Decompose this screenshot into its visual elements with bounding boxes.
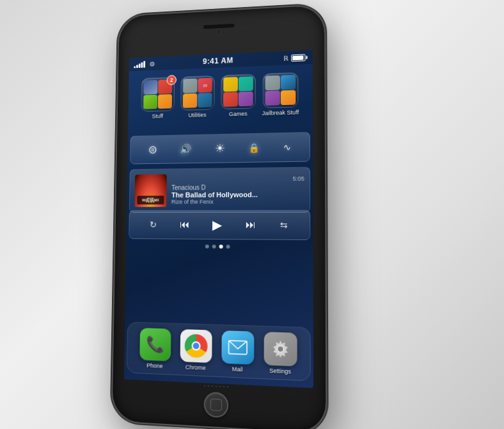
shuffle-button[interactable]: ⇆ [280, 220, 287, 230]
mail-svg [228, 339, 248, 355]
signal-bars [134, 60, 145, 68]
chrome-circle [184, 334, 207, 358]
album-text: RIZE FENIX [137, 196, 164, 205]
wifi-control-icon[interactable]: ⊜ [148, 143, 157, 157]
chrome-label: Chrome [185, 364, 206, 371]
status-right: ℝ [283, 54, 308, 61]
folder-games-label: Games [229, 111, 248, 118]
app-grid: 2 Stuff 29 Utilities [128, 67, 313, 125]
mini-icon-game4 [239, 92, 253, 106]
signal-control-icon[interactable]: ∿ [283, 142, 290, 152]
phone-glyph: 📞 [146, 335, 164, 353]
bluetooth-icon: ℝ [283, 54, 288, 61]
phone-icon[interactable]: 📞 [139, 328, 171, 361]
iphone-device: ⊜ 9:41 AM ℝ [112, 5, 326, 429]
control-strip: ⊜ 🔊 ☀ 🔒 ∿ [130, 132, 310, 164]
mini-icon-util3 [183, 93, 197, 108]
folder-games[interactable]: Games [221, 74, 256, 117]
settings-icon[interactable] [264, 332, 297, 366]
brightness-control-icon[interactable]: ☀ [214, 142, 224, 156]
track-title: The Ballad of Hollywood... [171, 190, 304, 198]
earpiece [203, 24, 235, 29]
battery-body [291, 54, 305, 61]
status-left: ⊜ [134, 60, 155, 69]
track-time: 5:05 [171, 175, 304, 182]
playback-controls: ↻ ⏮ ▶ ⏭ ⇆ [129, 210, 310, 240]
home-button[interactable] [204, 392, 229, 418]
dock-app-settings[interactable]: Settings [264, 332, 297, 375]
mini-icon-jb2 [281, 75, 295, 90]
settings-label: Settings [269, 367, 291, 375]
mini-icon-calendar: 29 [198, 78, 212, 93]
front-camera [216, 29, 221, 35]
gear-svg [270, 338, 290, 359]
folder-utilities[interactable]: 29 Utilities [180, 76, 215, 119]
screen: ⊜ 9:41 AM ℝ [124, 50, 313, 388]
repeat-button[interactable]: ↻ [150, 220, 157, 230]
mini-icon-jb1 [265, 76, 280, 91]
folder-stuff-label: Stuff [152, 113, 163, 119]
scene: ⊜ 9:41 AM ℝ [0, 0, 504, 429]
mini-icon-camera [183, 79, 197, 93]
wifi-status-icon: ⊜ [150, 60, 155, 68]
mini-icon-util4 [198, 93, 212, 108]
dock-app-mail[interactable]: Mail [221, 330, 254, 373]
dock: 📞 Phone Chrome [127, 321, 311, 381]
prev-button[interactable]: ⏮ [180, 219, 190, 231]
page-dot-3 [219, 245, 223, 248]
volume-control-icon[interactable]: 🔊 [180, 143, 192, 155]
folder-badge-stuff: 2 [167, 75, 177, 85]
dock-app-chrome[interactable]: Chrome [180, 329, 212, 371]
page-dots [126, 244, 313, 250]
signal-bar-3 [139, 63, 141, 68]
mini-icon-fb [144, 80, 158, 95]
chrome-icon[interactable] [180, 329, 212, 363]
signal-bar-1 [134, 66, 136, 68]
play-button[interactable]: ▶ [212, 217, 222, 232]
folder-stuff-icon[interactable]: 2 [141, 77, 175, 111]
battery-container [291, 54, 307, 61]
mini-icon-jb3 [265, 90, 280, 105]
status-time: 9:41 AM [203, 56, 233, 66]
track-info: 5:05 Tenacious D The Ballad of Hollywood… [171, 175, 304, 204]
battery-tip [306, 56, 308, 59]
folder-utilities-icon[interactable]: 29 [180, 76, 215, 111]
mini-icon-green [143, 95, 157, 109]
mini-icon-jb4 [281, 90, 295, 106]
dock-app-phone[interactable]: 📞 Phone [139, 328, 171, 369]
folder-jailbreak[interactable]: Jailbreak Stuff [262, 72, 299, 117]
battery-fill [292, 55, 303, 60]
mini-icon-game1 [223, 77, 238, 92]
mini-icon-game3 [223, 92, 238, 107]
folder-utilities-label: Utilities [188, 111, 206, 118]
folder-games-icon[interactable] [221, 74, 256, 109]
chrome-center [191, 341, 200, 350]
page-dot-1 [205, 245, 209, 248]
now-playing[interactable]: RIZE FENIX 5:05 Tenacious D The Ballad o… [129, 167, 310, 213]
mail-icon[interactable] [221, 330, 254, 364]
page-dot-2 [212, 245, 216, 248]
signal-bar-4 [141, 62, 143, 68]
phone-label: Phone [146, 362, 162, 369]
folder-stuff[interactable]: 2 Stuff [141, 77, 175, 120]
speaker-grill [203, 384, 228, 387]
track-album: Rize of the Fenix [171, 198, 304, 205]
lock-control-icon[interactable]: 🔒 [248, 143, 259, 153]
folder-jailbreak-icon[interactable] [263, 72, 299, 108]
signal-bar-2 [136, 65, 138, 68]
mini-icon-orange [158, 94, 172, 109]
next-button[interactable]: ⏭ [246, 219, 256, 231]
page-dot-4 [226, 245, 230, 248]
mail-label: Mail [232, 366, 243, 373]
mini-icon-game2 [239, 76, 253, 91]
folder-jailbreak-label: Jailbreak Stuff [262, 109, 299, 117]
album-art: RIZE FENIX [135, 174, 167, 207]
signal-bar-5 [143, 61, 145, 68]
